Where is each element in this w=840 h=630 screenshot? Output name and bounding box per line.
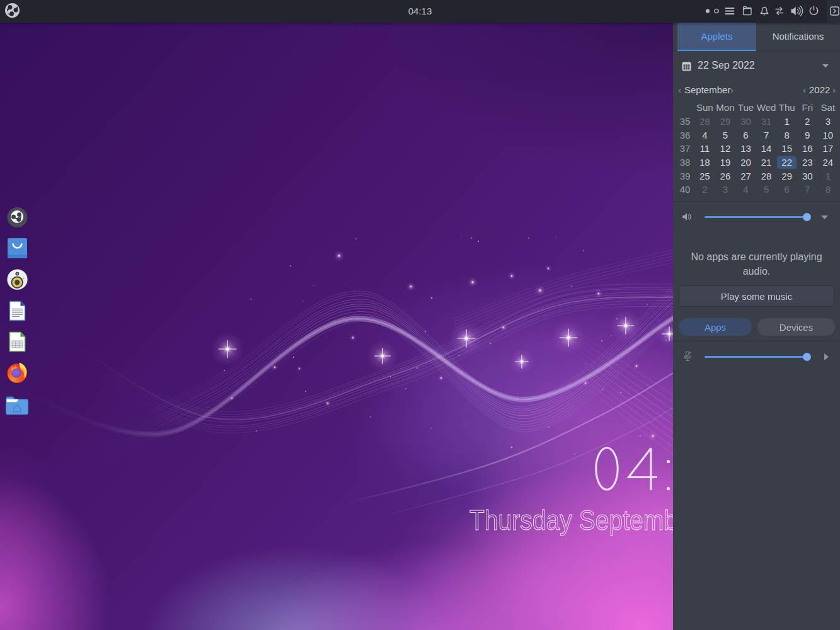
svg-text:Thursday Septemb: Thursday Septemb — [469, 505, 673, 536]
